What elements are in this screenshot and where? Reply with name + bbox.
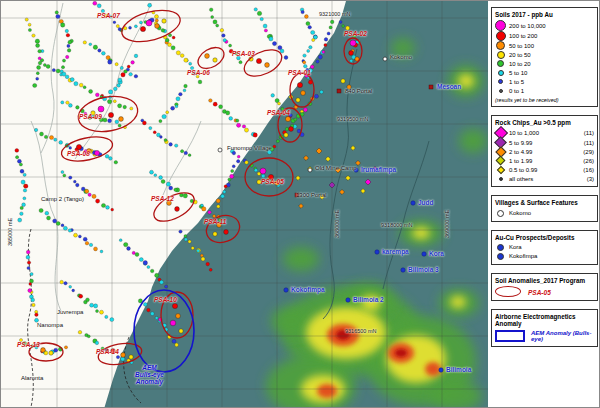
soil-sample-dot-high — [119, 117, 124, 122]
soil-sample-dot — [84, 112, 87, 115]
soil-sample-dot — [315, 94, 319, 98]
soil-sample-dot-high — [111, 349, 116, 354]
soil-sample-dot — [129, 26, 132, 29]
rock-chip-range-1-label: 5 to 9.99 — [509, 140, 532, 146]
rock-chip-range-0-label: 10 to 1,000 — [509, 130, 539, 136]
soil-sample-dot — [132, 251, 135, 254]
soil-sample-dot — [216, 24, 219, 27]
soil-sample-dot — [62, 72, 66, 76]
soil-sample-dot — [85, 189, 89, 193]
soils-range-7-label: 0 to 1 — [509, 88, 524, 94]
soil-sample-dot — [120, 66, 123, 69]
legend-soil-anomalies: Soil Anomalies_2017 Program PSA-05 — [491, 273, 598, 301]
prospect-entry-0-glyph — [497, 244, 504, 251]
prospect-entry-1-icon — [495, 253, 506, 260]
soil-sample-dot — [124, 70, 128, 74]
soil-sample-dot-high — [170, 320, 176, 326]
soil-sample-dot — [32, 34, 35, 37]
soil-sample-dot — [148, 3, 152, 7]
soil-sample-dot-high — [349, 51, 354, 56]
soil-sample-dot — [76, 106, 80, 110]
soil-sample-dot — [65, 75, 69, 79]
soil-sample-dot — [113, 87, 117, 91]
soil-sample-dot — [223, 190, 226, 193]
soil-sample-dot — [175, 144, 178, 147]
soil-sample-dot — [350, 59, 353, 62]
rock-chip-range-1-count: (11) — [584, 140, 594, 146]
soil-sample-dot — [93, 45, 97, 49]
soil-sample-dot-high — [179, 329, 183, 333]
soil-sample-dot — [165, 285, 168, 288]
rock-chip-range-3-count: (26) — [583, 158, 594, 164]
soil-sample-dot — [223, 39, 226, 42]
soil-sample-dot — [307, 49, 310, 52]
soil-sample-dot-high — [205, 54, 210, 59]
soil-sample-dot — [303, 54, 306, 57]
legend-villages-rows: Kokomo — [495, 209, 594, 218]
soil-sample-dot — [183, 89, 186, 92]
soil-sample-dot — [209, 8, 213, 12]
soils-range-0-icon — [495, 20, 506, 31]
soil-sample-dot — [61, 101, 64, 104]
soil-sample-dot — [322, 50, 325, 53]
soil-sample-dot — [68, 229, 71, 232]
soil-sample-dot — [95, 341, 99, 345]
soil-sample-dot — [239, 61, 242, 64]
soil-sample-dot — [115, 63, 118, 66]
soil-sample-dot — [180, 54, 184, 58]
prospect-entry-1: Kokofimpa — [495, 252, 594, 261]
aem-heat-blob-core — [395, 349, 407, 357]
soil-sample-dot — [155, 15, 159, 19]
soils-range-2-icon — [495, 41, 506, 50]
soil-sample-dot — [21, 180, 25, 184]
soil-sample-dot — [153, 131, 156, 134]
soils-range-5-label: 5 to 10 — [509, 70, 527, 76]
soil-sample-dot — [237, 56, 241, 60]
rock-chip-range-4-label: 0.5 to 0.99 — [509, 167, 537, 173]
soil-sample-dot — [45, 211, 49, 215]
soil-sample-dot — [342, 25, 345, 28]
soil-sample-dot — [237, 155, 240, 158]
soil-sample-dot — [303, 61, 306, 64]
soil-sample-dot — [36, 77, 39, 80]
soil-sample-dot-high — [41, 348, 46, 353]
soils-range-6-label: 1 to 5 — [509, 79, 524, 85]
soil-sample-dot — [284, 56, 288, 60]
soil-sample-dot — [329, 26, 332, 29]
soil-sample-dot — [37, 66, 41, 70]
soil-sample-dot-high — [268, 174, 273, 179]
soil-sample-dot — [27, 266, 30, 269]
soil-sample-dot — [285, 127, 289, 131]
soils-range-5: 5 to 10 — [495, 68, 594, 77]
soil-sample-dot — [53, 219, 57, 223]
soil-sample-dot — [306, 22, 310, 26]
prospect-marker — [411, 201, 415, 205]
prospect-marker — [422, 252, 426, 256]
soil-sample-dot-high — [217, 223, 222, 228]
prospect-entry-1-glyph — [497, 253, 504, 260]
soil-sample-dot — [65, 29, 68, 32]
soils-range-5-icon — [495, 70, 506, 76]
soil-sample-dot — [79, 83, 83, 87]
soil-sample-dot — [159, 120, 162, 123]
rock-chip-range-3: 1 to 1.99(26) — [495, 156, 594, 165]
soil-sample-dot-high — [284, 133, 288, 137]
soil-sample-dot — [16, 156, 19, 159]
soil-sample-dot — [67, 49, 71, 53]
anomaly-example-label: PSA-05 — [528, 289, 551, 296]
soil-sample-dot — [79, 294, 83, 298]
soils-range-2-label: 50 to 100 — [509, 43, 534, 49]
soils-range-4-glyph — [497, 60, 504, 67]
soil-sample-dot — [129, 73, 133, 77]
soil-sample-dot — [96, 310, 99, 313]
soil-sample-dot — [119, 239, 122, 242]
soil-sample-dot — [201, 204, 204, 207]
portal-marker — [429, 85, 433, 89]
soil-sample-dot — [198, 80, 202, 84]
soil-sample-dot — [23, 173, 26, 176]
soil-sample-dot — [201, 257, 205, 261]
soil-sample-dot — [28, 23, 31, 26]
soil-sample-dot — [276, 140, 279, 143]
soil-sample-dot — [220, 28, 224, 32]
soil-sample-dot — [294, 118, 297, 121]
